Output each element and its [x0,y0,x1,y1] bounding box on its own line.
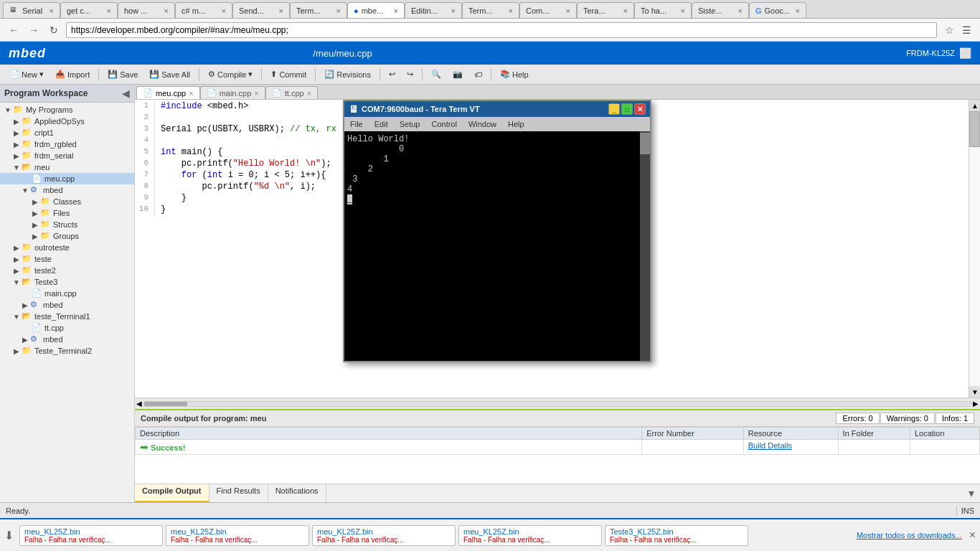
tab-mbed-close[interactable]: × [394,6,398,15]
editor-tab-tt-cpp-close[interactable]: × [307,89,311,98]
sidebar-item-teste[interactable]: ▶ 📁 teste [0,253,134,265]
redo-button[interactable]: ↪ [402,67,418,81]
sidebar-item-classes[interactable]: ▶ 📁 Classes [0,196,134,207]
tab-term1[interactable]: Term... × [290,2,347,18]
tt-menu-setup[interactable]: Setup [394,118,426,130]
download-item-4[interactable]: meu_KL25Z.bin Falha - Falha na verificaç… [458,525,602,546]
commit-button[interactable]: ⬆ Commit [265,67,311,81]
tab-serial-close[interactable]: × [50,6,54,15]
revisions-button[interactable]: 🔄 Revisions [319,67,376,81]
toggle-my-programs[interactable]: ▼ [3,106,13,114]
bookmark-button[interactable]: ☆ [941,22,957,38]
save-button[interactable]: 💾 Save [103,67,143,81]
toggle-teste3[interactable]: ▼ [11,278,22,286]
tab-editing[interactable]: Editin... × [405,2,462,18]
vscroll-track[interactable] [969,111,980,386]
sidebar-item-meu-cpp[interactable]: 📄 meu.cpp [0,173,134,184]
vscroll-thumb[interactable] [969,111,980,147]
sidebar-item-appliedopsys[interactable]: ▶ 📁 AppliedOpSys [0,116,134,127]
camera-button[interactable]: 📷 [448,67,468,81]
toggle-teste3-mbed[interactable]: ▶ [20,301,30,309]
editor-hscroll[interactable]: ◀ ▶ [135,397,980,409]
compile-tab-notifications[interactable]: Notifications [268,484,326,502]
address-bar[interactable] [66,22,937,38]
tab-send-close[interactable]: × [279,6,283,15]
tab-tera[interactable]: Tera... × [577,2,634,18]
compile-button[interactable]: ⚙ Compile ▾ [203,67,258,81]
sidebar-collapse-button[interactable]: ◀ [122,88,130,99]
tab-google-close[interactable]: × [796,6,800,15]
toggle-cript1[interactable]: ▶ [11,129,22,137]
sidebar-item-tt-cpp[interactable]: 📄 tt.cpp [0,322,134,334]
tt-menu-control[interactable]: Control [425,118,462,130]
toggle-teste-terminal1[interactable]: ▼ [11,313,22,321]
tab-serial[interactable]: 🖥 Serial × [3,2,60,18]
tab-sister-close[interactable]: × [738,6,743,15]
teraterm-minimize-button[interactable]: _ [608,103,620,115]
vscroll-up[interactable]: ▲ [969,100,980,111]
tt-menu-help[interactable]: Help [502,118,530,130]
hscroll-right[interactable]: ▶ [973,400,979,408]
tab-how[interactable]: how ... × [118,2,175,18]
import-button[interactable]: 📥 Import [50,67,95,81]
teraterm-scrollbar[interactable] [640,131,650,361]
vscroll-down[interactable]: ▼ [969,386,980,397]
undo-button[interactable]: ↩ [384,67,400,81]
tt-menu-window[interactable]: Window [463,118,502,130]
toggle-frdm-serial[interactable]: ▶ [11,152,22,160]
tab-toha[interactable]: To ha... × [634,2,692,18]
show-all-downloads-link[interactable]: Mostrar todos os downloads... [857,531,962,540]
forward-button[interactable]: → [26,22,42,38]
tab-csm-close[interactable]: × [222,6,226,15]
toggle-teste[interactable]: ▶ [11,255,22,263]
tab-getc-close[interactable]: × [107,6,111,15]
tab-google[interactable]: G Gooc... × [749,2,806,18]
sidebar-item-my-programs[interactable]: ▼ 📁 My Programs [0,104,134,116]
settings-button[interactable]: ☰ [958,22,974,38]
tab-how-close[interactable]: × [164,6,169,15]
editor-tab-main-cpp[interactable]: 📄 main.cpp × [200,86,265,99]
download-item-5[interactable]: Teste3_KL25Z.bin Falha - Falha na verifi… [605,525,748,546]
sidebar-item-structs[interactable]: ▶ 📁 Structs [0,219,134,230]
search-button[interactable]: 🔍 [426,67,446,81]
compile-tab-output[interactable]: Compile Output [135,484,209,502]
sidebar-item-teste-terminal2[interactable]: ▶ 📁 Teste_Terminal2 [0,345,134,357]
editor-tab-meu-cpp[interactable]: 📄 meu.cpp × [136,86,200,99]
editor-tab-main-cpp-close[interactable]: × [254,89,258,98]
sidebar-item-tt-mbed[interactable]: ▶ ⚙ mbed [0,334,134,345]
save-all-button[interactable]: 💾 Save All [144,67,195,81]
download-item-1[interactable]: meu_KL25Z.bin Falha - Falha na verificaç… [19,525,163,546]
download-item-3[interactable]: meu_KL25Z.bin Falha - Falha na verificaç… [312,525,456,546]
new-button[interactable]: 📄 New ▾ [4,67,49,81]
tab-term2[interactable]: Term... × [462,2,519,18]
toggle-classes[interactable]: ▶ [30,198,40,206]
tab-tera-close[interactable]: × [623,6,628,15]
toggle-structs[interactable]: ▶ [30,221,40,229]
toggle-groups[interactable]: ▶ [30,232,40,240]
tab-toha-close[interactable]: × [681,6,685,15]
compile-tab-find[interactable]: Find Results [209,484,268,502]
toggle-files[interactable]: ▶ [30,209,40,217]
tab-editing-close[interactable]: × [451,6,456,15]
sidebar-item-frdm-serial[interactable]: ▶ 📁 frdm_serial [0,150,134,161]
tab-mbed[interactable]: ● mbe... × [347,2,405,18]
toggle-teste-terminal2[interactable]: ▶ [11,347,22,355]
toggle-appliedopsys[interactable]: ▶ [11,118,22,126]
tt-menu-edit[interactable]: Edit [369,118,394,130]
build-details-link[interactable]: Build Details [748,441,792,450]
sidebar-item-cript1[interactable]: ▶ 📁 cript1 [0,127,134,138]
sidebar-item-groups[interactable]: ▶ 📁 Groups [0,230,134,242]
tab-sister[interactable]: Siste... × [692,2,749,18]
download-item-2[interactable]: meu_KL25Z.bin Falha - Falha na verificaç… [166,525,309,546]
sidebar-item-teste2[interactable]: ▶ 📁 teste2 [0,265,134,276]
sidebar-item-meu[interactable]: ▼ 📂 meu [0,161,134,173]
back-button[interactable]: ← [6,22,22,38]
editor-tab-tt-cpp[interactable]: 📄 tt.cpp × [265,86,318,99]
tab-getc[interactable]: get c... × [60,2,118,18]
editor-vscroll[interactable]: ▲ ▼ [969,100,980,397]
tab-com-close[interactable]: × [566,6,570,15]
hscroll-left[interactable]: ◀ [136,400,142,408]
tab-csm[interactable]: c# m... × [175,2,232,18]
sidebar-item-teste3-main[interactable]: 📄 main.cpp [0,288,134,299]
compile-tab-more[interactable]: ▾ [963,484,980,502]
